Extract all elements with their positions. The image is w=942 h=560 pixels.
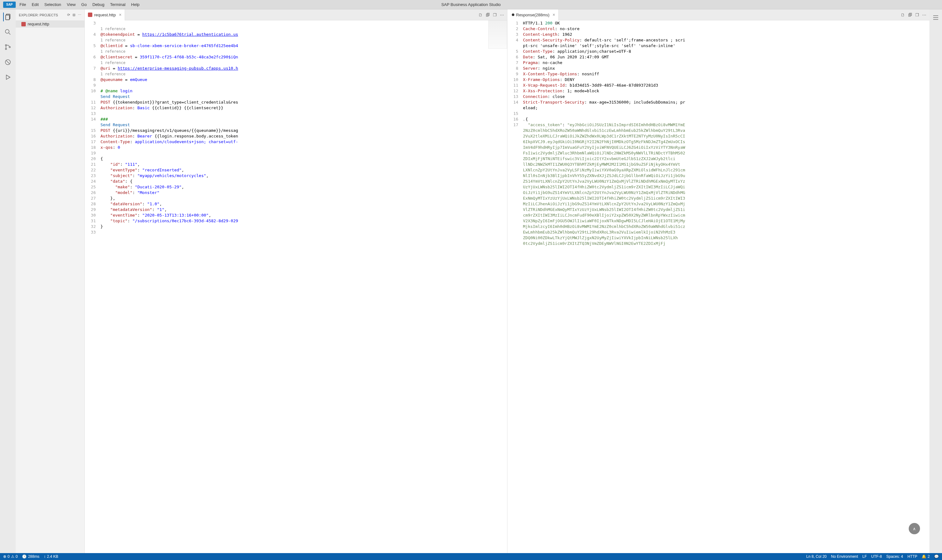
debug-icon[interactable] xyxy=(3,58,12,66)
svg-rect-1 xyxy=(6,15,9,20)
svg-point-2 xyxy=(5,29,9,33)
file-item-request[interactable]: request.http xyxy=(16,20,85,28)
split-icon[interactable]: ❐ xyxy=(493,12,497,17)
menu-help[interactable]: Help xyxy=(131,2,140,7)
status-spaces[interactable]: Spaces: 4 xyxy=(887,554,903,559)
tab-label: Response(288ms) xyxy=(516,12,550,17)
save-all-icon[interactable]: 🗐 xyxy=(908,12,912,17)
status-lang[interactable]: HTTP xyxy=(907,554,917,559)
more-icon[interactable]: ⋯ xyxy=(78,13,81,17)
explorer-icon[interactable] xyxy=(3,12,12,22)
more-icon[interactable]: ⋯ xyxy=(500,12,504,17)
status-eol[interactable]: LF xyxy=(863,554,867,559)
code-editor-left[interactable]: 3456789101112131415161718192021222324252… xyxy=(85,20,507,553)
file-name: request.http xyxy=(28,22,49,26)
save-all-icon[interactable]: 🗐 xyxy=(486,12,490,17)
status-problems[interactable]: ⊗ 0 ⚠ 0 xyxy=(3,554,18,559)
menu-go[interactable]: Go xyxy=(81,2,87,7)
status-position[interactable]: Ln 8, Col 20 xyxy=(807,554,827,559)
explorer-sidebar: EXPLORER: PROJECTS ⟳ ⊟ ⋯ request.http xyxy=(16,9,85,553)
split-icon[interactable]: ❐ xyxy=(915,12,919,17)
app-title: SAP Business Application Studio xyxy=(441,2,500,7)
activity-bar xyxy=(0,9,16,553)
search-icon[interactable] xyxy=(3,28,12,36)
svg-point-6 xyxy=(9,46,10,48)
more-icon[interactable]: ⋯ xyxy=(922,12,926,17)
editor-left: request.http × 🗋 🗐 ❐ ⋯ 34567891011121314… xyxy=(85,9,507,553)
tab-request[interactable]: request.http × xyxy=(85,9,125,20)
status-bar: ⊗ 0 ⚠ 0 🕓 288ms ↕ 2.4 KB Ln 8, Col 20 No… xyxy=(0,553,942,560)
collapse-icon[interactable]: ⊟ xyxy=(72,13,75,17)
http-file-icon xyxy=(88,12,92,17)
svg-point-4 xyxy=(5,45,6,46)
status-feedback-icon[interactable]: 💬 xyxy=(934,554,939,559)
source-control-icon[interactable] xyxy=(3,43,12,51)
sap-logo: SAP xyxy=(3,2,16,8)
run-icon[interactable] xyxy=(3,73,12,82)
explorer-title: EXPLORER: PROJECTS xyxy=(19,13,58,17)
svg-line-3 xyxy=(9,33,10,35)
menu-view[interactable]: View xyxy=(67,2,76,7)
tab-label: request.http xyxy=(94,12,116,17)
menu-selection[interactable]: Selection xyxy=(44,2,61,7)
svg-marker-9 xyxy=(6,75,10,79)
save-icon[interactable]: 🗋 xyxy=(479,12,483,17)
svg-line-8 xyxy=(6,60,10,64)
editor-right: Response(288ms) × 🗋 🗐 ❐ ⋯ 12345678910111… xyxy=(507,9,930,553)
status-env[interactable]: No Environment xyxy=(831,554,858,559)
close-icon[interactable]: × xyxy=(119,12,122,17)
http-file-icon xyxy=(22,22,26,26)
menu-terminal[interactable]: Terminal xyxy=(110,2,125,7)
titlebar: SAP File Edit Selection View Go Debug Te… xyxy=(0,0,942,9)
tab-response[interactable]: Response(288ms) × xyxy=(508,9,559,20)
code-editor-right[interactable]: 1234567891011121314151617 HTTP/1.1 200 O… xyxy=(508,20,930,553)
status-time[interactable]: 🕓 288ms xyxy=(22,554,39,559)
close-icon[interactable]: × xyxy=(553,12,555,17)
status-encoding[interactable]: UTF-8 xyxy=(871,554,882,559)
scroll-top-button[interactable]: ∧ xyxy=(909,523,920,534)
svg-point-5 xyxy=(5,48,6,49)
save-icon[interactable]: 🗋 xyxy=(901,12,905,17)
refresh-icon[interactable]: ⟳ xyxy=(67,13,70,17)
status-notifications[interactable]: 🔔 2 xyxy=(922,554,930,559)
menu-debug[interactable]: Debug xyxy=(92,2,104,7)
minimap[interactable] xyxy=(488,20,507,49)
right-rail xyxy=(930,9,942,553)
outline-icon[interactable] xyxy=(931,13,940,22)
menu-edit[interactable]: Edit xyxy=(32,2,38,7)
menu-file[interactable]: File xyxy=(20,2,26,7)
status-size[interactable]: ↕ 2.4 KB xyxy=(44,554,58,559)
modified-dot-icon xyxy=(512,14,514,16)
